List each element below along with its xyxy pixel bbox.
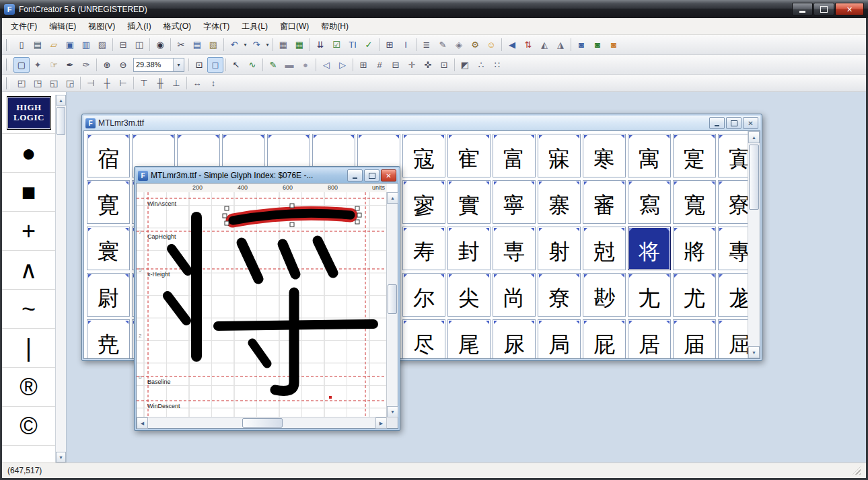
glyph-cell[interactable]: 將 (673, 227, 716, 270)
distribute-h-icon[interactable]: ↔ (189, 75, 205, 91)
glyph-cell[interactable]: 尉 (87, 273, 130, 317)
scroll-track[interactable] (387, 204, 398, 406)
glyph-sample[interactable]: ● (2, 134, 55, 173)
glyph-cell[interactable]: 寮 (718, 180, 748, 224)
scroll-track[interactable] (56, 106, 66, 452)
scroll-right-button[interactable] (375, 417, 387, 429)
glyph-cell[interactable]: 尚 (493, 273, 536, 317)
transform-icon[interactable]: ◈ (451, 37, 467, 52)
scroll-track[interactable] (748, 143, 760, 346)
minimize-button[interactable] (347, 169, 363, 182)
scroll-thumb[interactable] (749, 145, 759, 210)
redo-icon[interactable]: ↷ (248, 37, 264, 52)
points-icon[interactable]: ∴ (473, 57, 489, 73)
open-folder-icon[interactable]: ▱ (46, 37, 62, 52)
minimize-button[interactable] (709, 117, 725, 129)
selection-handle[interactable] (355, 220, 359, 224)
scroll-thumb[interactable] (242, 418, 283, 428)
align-top-icon[interactable]: ⊤ (136, 75, 152, 91)
import-font-icon[interactable]: ▨ (94, 37, 110, 52)
insert-glyphs-icon[interactable]: ▦ (275, 37, 291, 52)
selection-handle[interactable] (355, 206, 359, 210)
glyph-cell[interactable]: 寐 (538, 134, 581, 177)
print-icon[interactable]: ⊟ (115, 37, 131, 52)
save-icon[interactable]: ▣ (62, 37, 78, 52)
show-metrics-icon[interactable]: ⊟ (388, 57, 404, 73)
glyph-cell[interactable]: 寓 (628, 134, 671, 177)
align-bottom-icon[interactable]: ⊥ (168, 75, 184, 91)
align-center-icon[interactable]: ┼ (99, 75, 115, 91)
glyph-cell[interactable]: 尅 (583, 227, 626, 270)
glyph-cell[interactable]: 尠 (583, 273, 626, 317)
maximize-button[interactable] (726, 117, 742, 129)
selection-handle[interactable] (290, 204, 294, 208)
scroll-thumb[interactable] (57, 107, 65, 135)
zoom-dropdown-button[interactable] (173, 58, 184, 71)
contour-fill-icon[interactable]: ◩ (457, 57, 473, 73)
menu-item[interactable]: 格式(O) (157, 19, 197, 34)
glyph-cell[interactable]: 寇 (402, 134, 445, 177)
maximize-button[interactable] (813, 3, 834, 15)
print-preview-icon[interactable]: ◫ (131, 37, 147, 52)
grid-points-icon[interactable]: ∷ (489, 57, 505, 73)
scroll-down-button[interactable] (387, 406, 398, 417)
rotate-icon[interactable]: ◮ (552, 37, 569, 52)
glyph-cell[interactable]: 審 (583, 180, 626, 224)
autonaming-icon[interactable]: ☑ (328, 37, 345, 52)
glyph-sample[interactable]: ■ (2, 173, 55, 212)
select-tool-icon[interactable]: ▢ (13, 57, 30, 73)
cut-icon[interactable]: ✂ (173, 37, 189, 52)
validate-font-icon[interactable]: ✓ (361, 37, 377, 52)
zoom-in-icon[interactable]: ⊕ (99, 57, 115, 73)
insert-character-icon[interactable]: I (398, 37, 414, 52)
selection-handle[interactable] (290, 223, 294, 227)
glyph-cell[interactable]: 居 (628, 319, 671, 358)
glyph-cell[interactable]: 尔 (402, 273, 445, 317)
glyph-cell[interactable]: 專 (718, 227, 748, 270)
align-right-icon[interactable]: ⊢ (115, 75, 131, 91)
glyph-cell[interactable]: 實 (447, 180, 491, 224)
distribute-v-icon[interactable]: ↕ (205, 75, 221, 91)
glyph-cell[interactable]: 尾 (447, 319, 491, 358)
package-blue-icon[interactable]: ◙ (573, 37, 589, 52)
close-button[interactable] (743, 117, 758, 129)
glyph-bounds-icon[interactable]: ⊡ (436, 57, 452, 73)
toolbar-grip[interactable] (6, 39, 9, 51)
glyph-cell[interactable]: 屁 (583, 319, 626, 358)
scroll-up-button[interactable] (748, 131, 760, 143)
scroll-left-button[interactable] (137, 417, 148, 429)
zoom-level-combo[interactable]: 29.38% (133, 58, 184, 72)
resize-grip[interactable] (853, 467, 861, 475)
forward-icon[interactable]: ▷ (334, 57, 351, 73)
glyph-cell[interactable]: 尤 (673, 273, 716, 317)
show-grid-icon[interactable]: ⊞ (355, 57, 371, 73)
knife-tool-icon[interactable]: ✒ (62, 57, 78, 73)
glyph-cell[interactable]: 射 (538, 227, 581, 270)
selection-handle[interactable] (357, 213, 361, 217)
curve-mode-icon[interactable]: ∿ (244, 57, 260, 73)
glyph-cell[interactable]: 寛 (87, 180, 130, 224)
snap-grid-icon[interactable]: ✛ (404, 57, 420, 73)
glyph-cell[interactable]: 尨 (718, 273, 748, 317)
menu-item[interactable]: 帮助(H) (315, 19, 355, 34)
align-left-icon[interactable]: ⊣ (83, 75, 99, 91)
new-font-icon[interactable]: ▯ (13, 37, 30, 52)
sidebar-scrollbar[interactable] (55, 95, 66, 463)
glyph-canvas-svg[interactable]: WinAscentCapHeightx-HeightBaselineWinDes… (137, 192, 387, 417)
glyph-sample[interactable]: + (2, 212, 55, 251)
zoom-out-icon[interactable]: ⊖ (115, 57, 131, 73)
send-back-icon[interactable]: ◳ (30, 75, 46, 91)
ellipse-tool-icon[interactable]: ● (297, 57, 314, 73)
menu-item[interactable]: 字体(T) (197, 19, 236, 34)
metrics-icon[interactable]: ⇅ (520, 37, 536, 52)
maximize-button[interactable] (364, 169, 379, 182)
glyph-cell[interactable]: 宿 (87, 134, 130, 177)
minimize-button[interactable] (792, 3, 813, 15)
glyph-sample[interactable]: | (2, 329, 55, 368)
glyph-cell[interactable]: 尖 (447, 273, 491, 317)
glyph-canvas[interactable]: WinAscentCapHeightx-HeightBaselineWinDes… (137, 192, 387, 417)
scroll-track[interactable] (148, 417, 375, 428)
glyph-cell[interactable]: 屈 (718, 319, 748, 358)
scroll-down-button[interactable] (56, 452, 66, 463)
glyph-cell[interactable]: 寒 (583, 134, 626, 177)
